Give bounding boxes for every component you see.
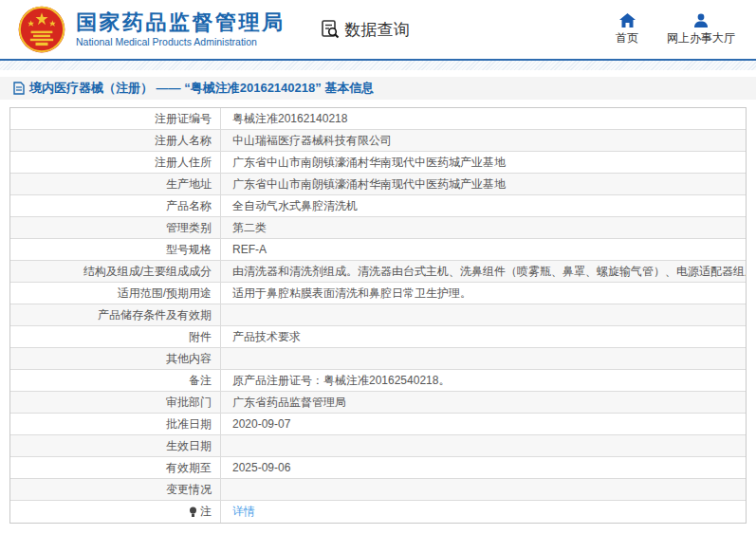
row-label: 适用范围/预期用途 — [10, 283, 221, 304]
nav-online-hall[interactable]: 网上办事大厅 — [667, 13, 735, 46]
table-row: 生产地址 广东省中山市南朗镇濠涌村华南现代中医药城产业基地 — [10, 174, 746, 195]
spacer — [0, 70, 756, 77]
table-row: 生效日期 — [10, 435, 746, 457]
row-value: 2025-09-06 — [221, 457, 746, 478]
row-value — [221, 479, 746, 500]
page-header: 国家药品监督管理局 National Medical Products Admi… — [0, 0, 756, 59]
table-row: 适用范围/预期用途 适用于鼻腔粘膜表面清洗和鼻腔日常卫生护理。 — [10, 283, 746, 304]
row-value: 广东省药品监督管理局 — [221, 392, 746, 413]
nav-home[interactable]: 首页 — [616, 13, 638, 46]
row-label: 注 — [10, 501, 221, 523]
row-label: 审批部门 — [10, 392, 221, 413]
breadcrumb: 境内医疗器械（注册） —— “粤械注准20162140218” 基本信息 — [0, 77, 756, 100]
row-value: 广东省中山市南朗镇濠涌村华南现代中医药城产业基地 — [221, 174, 746, 194]
registration-info-table: 注册证编号 粤械注准20162140218 注册人名称 中山瑞福医疗器械科技有限… — [9, 107, 747, 524]
hatch-band — [0, 61, 756, 70]
row-label: 变更情况 — [10, 479, 221, 500]
row-label: 产品储存条件及有效期 — [10, 304, 221, 325]
row-label: 批准日期 — [10, 414, 221, 434]
row-label: 附件 — [10, 326, 221, 347]
row-label: 其他内容 — [10, 348, 221, 369]
nav-home-label: 首页 — [616, 30, 638, 46]
table-row: 产品储存条件及有效期 — [10, 304, 746, 326]
row-value — [221, 304, 746, 325]
table-row: 注册证编号 粤械注准20162140218 — [10, 108, 746, 130]
nav-online-hall-label: 网上办事大厅 — [667, 30, 735, 46]
row-label: 有效期至 — [10, 457, 221, 478]
national-emblem-icon — [17, 5, 66, 54]
table-row: 批准日期 2020-09-07 — [10, 414, 746, 435]
row-label: 产品名称 — [10, 195, 221, 216]
data-query-button[interactable]: 数据查询 — [320, 19, 410, 41]
home-icon — [619, 13, 636, 28]
row-value: 粤械注准20162140218 — [221, 108, 746, 129]
row-value: 由清洗器和清洗剂组成。清洗器由台式主机、洗鼻组件（喷雾瓶、鼻罩、螺旋输气管）、电… — [221, 261, 746, 282]
table-row: 有效期至 2025-09-06 — [10, 457, 746, 479]
lightbulb-icon — [189, 506, 197, 518]
row-label: 注册人名称 — [10, 130, 221, 151]
document-icon — [13, 82, 25, 95]
row-label: 注册证编号 — [10, 108, 221, 129]
row-value: 详情 — [221, 501, 746, 523]
row-value: 中山瑞福医疗器械科技有限公司 — [221, 130, 746, 151]
data-query-label: 数据查询 — [345, 19, 410, 41]
row-value: 原产品注册证号：粤械注准20162540218。 — [221, 370, 746, 391]
table-row: 注册人名称 中山瑞福医疗器械科技有限公司 — [10, 130, 746, 152]
breadcrumb-text: 境内医疗器械（注册） —— “粤械注准20162140218” 基本信息 — [29, 80, 374, 97]
nmpa-logo[interactable]: 国家药品监督管理局 National Medical Products Admi… — [17, 5, 286, 54]
site-title: 国家药品监督管理局 — [76, 10, 286, 35]
top-nav: 首页 网上办事大厅 — [616, 13, 735, 46]
row-label: 生效日期 — [10, 435, 221, 456]
row-value — [221, 435, 746, 456]
row-label: 管理类别 — [10, 217, 221, 238]
row-value — [221, 348, 746, 369]
table-row: 备注 原产品注册证号：粤械注准20162540218。 — [10, 370, 746, 392]
data-query-icon — [320, 19, 341, 40]
row-label: 型号规格 — [10, 239, 221, 260]
row-value: REF-A — [221, 239, 746, 260]
table-row: 其他内容 — [10, 348, 746, 370]
row-value: 广东省中山市南朗镇濠涌村华南现代中医药城产业基地 — [221, 152, 746, 173]
table-row: 变更情况 — [10, 479, 746, 501]
row-value: 产品技术要求 — [221, 326, 746, 347]
table-row: 审批部门 广东省药品监督管理局 — [10, 392, 746, 414]
table-row-note: 注 详情 — [10, 501, 746, 523]
spacer — [0, 100, 756, 107]
row-value: 第二类 — [221, 217, 746, 238]
table-row: 结构及组成/主要组成成分 由清洗器和清洗剂组成。清洗器由台式主机、洗鼻组件（喷雾… — [10, 261, 746, 283]
site-subtitle: National Medical Products Administration — [76, 35, 286, 48]
table-row: 注册人住所 广东省中山市南朗镇濠涌村华南现代中医药城产业基地 — [10, 152, 746, 174]
table-row: 型号规格 REF-A — [10, 239, 746, 261]
row-value: 适用于鼻腔粘膜表面清洗和鼻腔日常卫生护理。 — [221, 283, 746, 304]
row-label: 注册人住所 — [10, 152, 221, 173]
person-icon — [693, 13, 709, 28]
site-title-block: 国家药品监督管理局 National Medical Products Admi… — [76, 10, 286, 48]
note-label: 注 — [200, 504, 212, 520]
row-value: 全自动气水式鼻腔清洗机 — [221, 195, 746, 216]
table-row: 管理类别 第二类 — [10, 217, 746, 239]
row-label: 备注 — [10, 370, 221, 391]
row-value: 2020-09-07 — [221, 414, 746, 434]
table-row: 产品名称 全自动气水式鼻腔清洗机 — [10, 195, 746, 217]
row-label: 结构及组成/主要组成成分 — [10, 261, 221, 282]
table-row: 附件 产品技术要求 — [10, 326, 746, 348]
note-details-link[interactable]: 详情 — [232, 504, 255, 520]
row-label: 生产地址 — [10, 174, 221, 194]
